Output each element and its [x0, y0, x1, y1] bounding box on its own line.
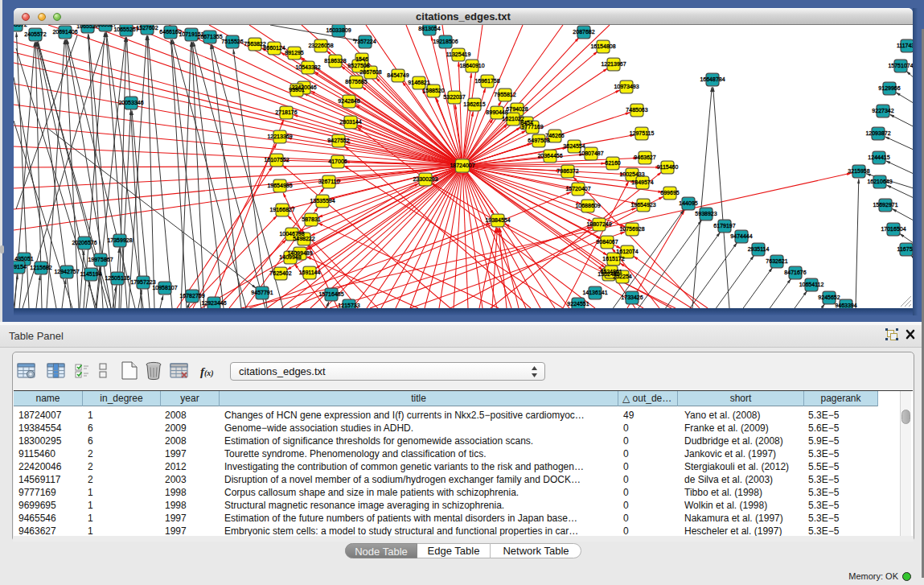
svg-text:3215958: 3215958: [848, 168, 869, 174]
svg-text:144095: 144095: [679, 200, 697, 206]
svg-text:19654985: 19654985: [267, 183, 292, 188]
svg-text:10973493: 10973493: [614, 84, 639, 89]
svg-text:9777169: 9777169: [521, 124, 543, 130]
svg-text:1546: 1546: [355, 56, 368, 62]
svg-text:1733426: 1733426: [621, 295, 643, 300]
svg-text:17957223: 17957223: [130, 279, 155, 285]
svg-text:9457791: 9457791: [251, 290, 273, 295]
svg-text:252254: 252254: [613, 274, 631, 279]
svg-text:9146821: 9146821: [408, 80, 429, 85]
svg-text:1849574: 1849574: [631, 179, 653, 185]
svg-text:7986372: 7986372: [556, 168, 578, 174]
svg-text:23226058: 23226058: [308, 43, 333, 48]
svg-text:9463394: 9463394: [835, 303, 856, 308]
svg-text:9474444: 9474444: [730, 233, 752, 239]
svg-text:12923446: 12923446: [201, 300, 226, 306]
svg-text:8675685: 8675685: [345, 79, 367, 84]
svg-text:16210643: 16210643: [867, 179, 892, 184]
svg-text:15692971: 15692971: [873, 202, 897, 208]
svg-text:10807487: 10807487: [578, 150, 603, 156]
svg-text:587831: 587831: [302, 216, 320, 222]
svg-text:2867608: 2867608: [359, 69, 381, 75]
svg-text:6794028: 6794028: [506, 106, 528, 112]
svg-text:12942757: 12942757: [54, 269, 79, 274]
svg-text:8454749: 8454749: [387, 72, 409, 78]
svg-text:1691144: 1691144: [299, 270, 321, 275]
svg-text:1362615: 1362615: [463, 101, 485, 107]
svg-text:2803144: 2803144: [339, 119, 361, 125]
svg-text:1527602: 1527602: [136, 25, 158, 31]
svg-text:8471676: 8471676: [784, 270, 806, 275]
svg-text:9129966: 9129966: [878, 85, 900, 91]
svg-text:12213369: 12213369: [267, 134, 292, 139]
svg-text:17016504: 17016504: [881, 226, 906, 232]
svg-text:12505135: 12505135: [105, 275, 129, 281]
svg-text:11325419: 11325419: [446, 51, 471, 57]
svg-text:62160: 62160: [605, 160, 621, 166]
svg-text:8660124: 8660124: [263, 45, 285, 51]
svg-text:7357224: 7357224: [354, 39, 376, 44]
svg-text:7632621: 7632621: [766, 258, 787, 264]
svg-text:12213967: 12213967: [601, 61, 626, 67]
svg-text:2405572: 2405572: [24, 31, 46, 37]
svg-text:16648784: 16648784: [700, 76, 725, 82]
svg-text:5938923: 5938923: [695, 211, 717, 216]
svg-text:2405572: 2405572: [14, 25, 27, 27]
svg-text:435051: 435051: [14, 256, 33, 262]
svg-text:18640910: 18640910: [459, 63, 484, 68]
svg-text:20364456: 20364456: [537, 153, 562, 159]
svg-text:16671355: 16671355: [197, 34, 222, 39]
svg-text:19166827: 19166827: [269, 207, 294, 212]
svg-text:19654923: 19654923: [630, 202, 655, 208]
svg-text:9084067: 9084067: [596, 239, 618, 245]
svg-text:9427552: 9427552: [327, 138, 349, 143]
svg-text:2718176: 2718176: [275, 109, 297, 115]
svg-text:891295: 891295: [285, 50, 303, 56]
svg-text:8186328: 8186328: [324, 58, 346, 64]
svg-text:10543382: 10543382: [295, 64, 320, 70]
svg-text:7515526: 7515526: [221, 39, 243, 44]
svg-text:18807249: 18807249: [586, 221, 611, 227]
svg-text:20053346: 20053346: [118, 100, 143, 105]
svg-text:16107552: 16107552: [264, 157, 289, 163]
svg-text:19218506: 19218506: [433, 39, 458, 44]
svg-text:10756928: 10756928: [619, 226, 644, 232]
svg-text:7625402: 7625402: [269, 270, 291, 276]
svg-text:12093872: 12093872: [865, 130, 890, 136]
svg-text:1409948: 1409948: [279, 254, 301, 260]
svg-text:1588520: 1588520: [422, 88, 444, 93]
svg-text:6179197: 6179197: [713, 223, 735, 229]
svg-text:19384554: 19384554: [485, 217, 510, 223]
svg-text:1215733: 1215733: [338, 303, 359, 308]
svg-text:12975115: 12975115: [630, 130, 655, 136]
svg-text:16033809: 16033809: [326, 27, 351, 33]
svg-text:15716485: 15716485: [318, 291, 343, 297]
svg-text:10655267: 10655267: [113, 27, 138, 32]
svg-text:3267110: 3267110: [318, 179, 340, 184]
svg-text:16961758: 16961758: [474, 78, 499, 84]
svg-text:1117433: 1117433: [897, 43, 913, 48]
svg-text:17359928: 17359928: [107, 237, 132, 243]
svg-text:16154808: 16154808: [590, 43, 615, 49]
svg-text:5322037: 5322037: [443, 94, 465, 100]
svg-text:20206576: 20206576: [72, 240, 97, 245]
svg-text:417006: 417006: [328, 159, 347, 164]
svg-text:7955812: 7955812: [494, 92, 515, 97]
svg-text:1615172: 1615172: [602, 256, 624, 262]
svg-text:93901: 93901: [289, 87, 305, 93]
svg-text:1244415: 1244415: [868, 154, 889, 160]
svg-text:8813054: 8813054: [418, 26, 440, 31]
svg-text:16782759: 16782759: [179, 293, 204, 299]
svg-text:8990448: 8990448: [486, 109, 507, 115]
svg-text:10688609: 10688609: [575, 203, 600, 208]
svg-text:9224551: 9224551: [567, 301, 589, 307]
svg-text:746266: 746266: [545, 133, 564, 138]
svg-text:10958107: 10958107: [152, 285, 177, 290]
svg-text:23300293: 23300293: [413, 176, 437, 182]
svg-text:699695: 699695: [660, 190, 679, 196]
svg-text:15751074: 15751074: [888, 63, 913, 68]
svg-text:2087682: 2087682: [573, 29, 594, 35]
svg-text:3624554: 3624554: [563, 143, 585, 149]
svg-text:19975867: 19975867: [88, 257, 113, 262]
svg-text:1215682: 1215682: [30, 265, 51, 270]
